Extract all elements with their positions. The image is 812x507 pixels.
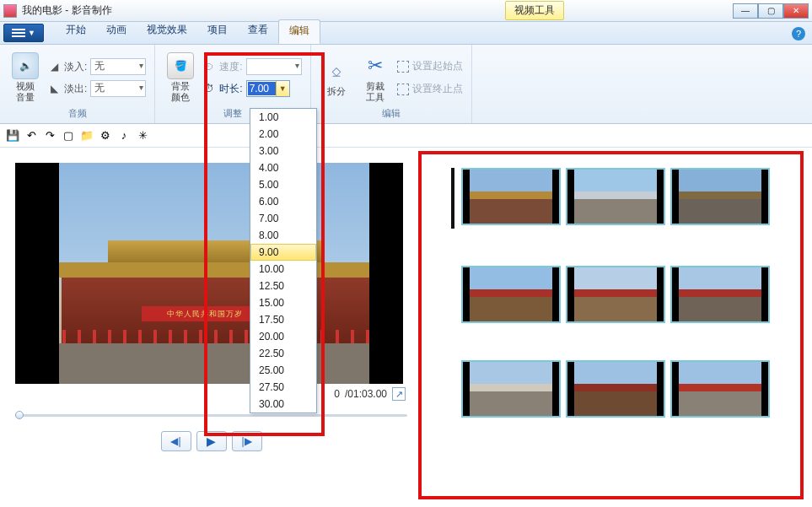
chevron-down-icon[interactable]: ▼ bbox=[276, 81, 289, 96]
hamburger-icon bbox=[12, 29, 25, 37]
maximize-button[interactable]: ▢ bbox=[758, 3, 783, 19]
minimize-button[interactable]: — bbox=[733, 3, 758, 19]
video-preview[interactable]: 中华人民共和国万岁 bbox=[15, 163, 403, 384]
qat-music-button[interactable]: ♪ bbox=[116, 128, 132, 143]
storyboard-row bbox=[451, 360, 800, 418]
ribbon: 🔈 视频 音量 ◢ 淡入: 无 ◣ 淡出: 无 音频 🪣 bbox=[0, 45, 812, 124]
speed-select[interactable] bbox=[246, 58, 302, 75]
duration-option[interactable]: 15.00 bbox=[250, 294, 316, 311]
duration-option[interactable]: 27.50 bbox=[250, 379, 316, 396]
duration-option[interactable]: 3.00 bbox=[250, 143, 316, 159]
qat-save-button[interactable]: 💾 bbox=[5, 128, 20, 143]
duration-option[interactable]: 30.00 bbox=[250, 396, 316, 413]
duration-option[interactable]: 20.00 bbox=[250, 328, 316, 345]
window-title: 我的电影 - 影音制作 bbox=[22, 3, 112, 18]
duration-option[interactable]: 2.00 bbox=[250, 126, 316, 143]
split-icon: ⎐ bbox=[323, 57, 350, 84]
fade-in-icon: ◢ bbox=[47, 60, 61, 73]
scissors-icon: ✂ bbox=[362, 52, 389, 79]
help-icon[interactable]: ? bbox=[792, 27, 805, 40]
fade-out-select[interactable]: 无 bbox=[90, 80, 146, 97]
storyboard-row bbox=[451, 168, 800, 229]
qat-effects-button[interactable]: ✳ bbox=[135, 128, 150, 143]
duration-option[interactable]: 9.00 bbox=[250, 244, 316, 261]
tab-3[interactable]: 项目 bbox=[197, 19, 238, 44]
play-button[interactable]: ▶ bbox=[196, 431, 227, 451]
qat-undo-button[interactable]: ↶ bbox=[24, 128, 39, 143]
prev-frame-button[interactable]: ◀| bbox=[161, 431, 191, 451]
storyboard-clip[interactable] bbox=[461, 266, 561, 323]
time-display: 0 /01:03.00 ↗ bbox=[15, 384, 407, 404]
duration-option[interactable]: 1.00 bbox=[250, 109, 316, 126]
duration-option[interactable]: 5.00 bbox=[250, 176, 316, 193]
fullscreen-button[interactable]: ↗ bbox=[392, 387, 406, 401]
set-end-icon bbox=[397, 84, 409, 95]
tab-5[interactable]: 编辑 bbox=[278, 19, 320, 44]
tab-4[interactable]: 查看 bbox=[238, 19, 278, 44]
speaker-icon: 🔈 bbox=[12, 52, 39, 79]
trim-tool-button[interactable]: ✂ 剪裁 工具 bbox=[358, 51, 392, 105]
storyboard-clip[interactable] bbox=[461, 360, 561, 418]
storyboard-clip[interactable] bbox=[670, 266, 770, 323]
storyboard-clip[interactable] bbox=[566, 266, 665, 323]
ribbon-group-audio: 🔈 视频 音量 ◢ 淡入: 无 ◣ 淡出: 无 音频 bbox=[0, 45, 155, 123]
storyboard-clip[interactable] bbox=[461, 168, 561, 225]
background-color-button[interactable]: 🪣 背景 颜色 bbox=[164, 51, 197, 105]
duration-option[interactable]: 22.50 bbox=[250, 345, 316, 362]
paint-bucket-icon: 🪣 bbox=[167, 52, 194, 79]
stopwatch-icon: ⏱ bbox=[202, 82, 216, 95]
duration-option[interactable]: 10.00 bbox=[250, 261, 316, 278]
set-end-point-button[interactable]: 设置终止点 bbox=[397, 82, 463, 96]
storyboard-clip[interactable] bbox=[566, 360, 665, 418]
duration-row: ⏱ 时长: 7.00 ▼ bbox=[202, 80, 301, 97]
set-start-point-button[interactable]: 设置起始点 bbox=[397, 59, 463, 73]
storyboard-row bbox=[451, 266, 800, 323]
app-icon bbox=[3, 4, 17, 18]
seek-thumb[interactable] bbox=[15, 411, 24, 419]
preview-panel: 中华人民共和国万岁 0 /01:03.00 ↗ ◀| ▶ |▶ bbox=[0, 148, 417, 507]
duration-dropdown-list[interactable]: 1.002.003.004.005.006.007.008.009.0010.0… bbox=[250, 108, 317, 413]
duration-option[interactable]: 6.00 bbox=[250, 193, 316, 210]
window-controls: — ▢ ✕ bbox=[733, 3, 809, 19]
duration-option[interactable]: 12.50 bbox=[250, 278, 316, 294]
time-total: /01:03.00 bbox=[345, 388, 387, 400]
duration-option[interactable]: 25.00 bbox=[250, 362, 316, 379]
time-current: 0 bbox=[334, 388, 340, 400]
duration-option[interactable]: 4.00 bbox=[250, 159, 316, 176]
fade-in-row: ◢ 淡入: 无 bbox=[47, 58, 146, 75]
storyboard-clip[interactable] bbox=[670, 168, 770, 225]
tab-1[interactable]: 动画 bbox=[96, 19, 137, 44]
playhead-marker[interactable] bbox=[451, 168, 454, 229]
duration-option[interactable]: 7.00 bbox=[250, 210, 316, 227]
storyboard-clip[interactable] bbox=[670, 360, 770, 418]
video-volume-button[interactable]: 🔈 视频 音量 bbox=[8, 51, 42, 105]
group-label-adjust: 调整 bbox=[223, 107, 242, 121]
next-frame-button[interactable]: |▶ bbox=[232, 431, 262, 451]
qat-redo-button[interactable]: ↷ bbox=[42, 128, 57, 143]
close-button[interactable]: ✕ bbox=[783, 3, 809, 19]
storyboard-clip[interactable] bbox=[566, 168, 665, 225]
duration-option[interactable]: 8.00 bbox=[250, 227, 316, 244]
ribbon-tabs: ▼ 开始动画视觉效果项目查看编辑 ? bbox=[0, 22, 812, 45]
seek-slider[interactable] bbox=[15, 411, 407, 419]
speedometer-icon: ⏲ bbox=[202, 60, 216, 73]
duration-option[interactable]: 17.50 bbox=[250, 311, 316, 328]
main-area: 中华人民共和国万岁 0 /01:03.00 ↗ ◀| ▶ |▶ bbox=[0, 148, 812, 507]
qat-open-button[interactable]: 📁 bbox=[79, 128, 94, 143]
speed-row: ⏲ 速度: bbox=[202, 58, 301, 75]
tab-2[interactable]: 视觉效果 bbox=[137, 19, 197, 44]
transport-controls: ◀| ▶ |▶ bbox=[15, 431, 407, 451]
qat-settings-button[interactable]: ⚙ bbox=[98, 128, 113, 143]
fade-out-row: ◣ 淡出: 无 bbox=[47, 80, 146, 97]
set-start-icon bbox=[397, 61, 409, 73]
split-button[interactable]: ⎐ 拆分 bbox=[320, 56, 353, 99]
fade-in-select[interactable]: 无 bbox=[90, 58, 146, 75]
contextual-tab-label[interactable]: 视频工具 bbox=[505, 1, 564, 20]
file-menu-button[interactable]: ▼ bbox=[3, 24, 44, 42]
tab-0[interactable]: 开始 bbox=[56, 19, 96, 44]
fade-out-icon: ◣ bbox=[47, 82, 61, 95]
qat-new-button[interactable]: ▢ bbox=[61, 128, 76, 143]
storyboard-panel[interactable] bbox=[417, 148, 812, 507]
ribbon-group-edit: ⎐ 拆分 ✂ 剪裁 工具 设置起始点 设置终止点 编辑 bbox=[311, 45, 472, 123]
duration-combobox[interactable]: 7.00 ▼ bbox=[246, 80, 290, 97]
